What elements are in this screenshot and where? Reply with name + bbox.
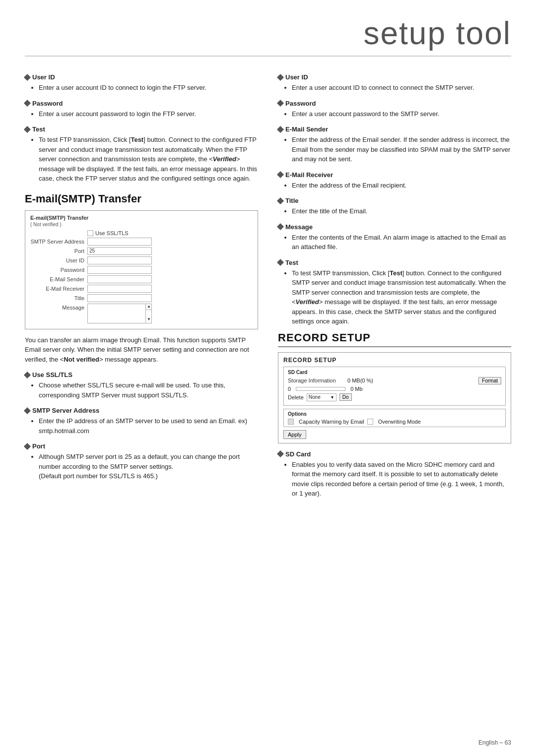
progress-row: 0 0 Mb: [288, 386, 501, 392]
diamond-icon: [24, 73, 31, 80]
password-input[interactable]: [87, 266, 152, 274]
do-button[interactable]: Do: [339, 393, 352, 401]
progress-right-value: 0 Mb: [350, 386, 362, 392]
port-bullets: Although SMTP server port is 25 as a def…: [25, 452, 258, 481]
page-title: setup tool: [363, 15, 511, 51]
delete-row: Delete None ▼ Do: [288, 393, 501, 401]
ui-box-title: E-mail(SMTP) Transfer: [30, 215, 253, 221]
storage-info-value: 0 MB(0 %): [347, 378, 373, 383]
list-item: Enter a user account ID to connect to lo…: [39, 83, 258, 93]
left-user-id-bullets: Enter a user account ID to connect to lo…: [25, 83, 258, 93]
smtp-address-bullets: Enter the IP address of an SMTP server t…: [25, 416, 258, 436]
section-email-sender: E-Mail Sender: [278, 126, 511, 133]
user-id-input[interactable]: [87, 256, 152, 264]
page: setup tool User ID Enter a user account …: [0, 0, 536, 756]
email-sender-label: E-Mail Sender: [30, 276, 87, 282]
message-scrollbar: ▲ ▼: [145, 304, 151, 323]
title-input[interactable]: [87, 294, 152, 302]
list-item: Enables you to verify data saved on the …: [292, 460, 511, 499]
ssl-tls-checkbox[interactable]: [87, 230, 93, 236]
section-sd-card: SD Card: [278, 450, 511, 458]
title-row: Title: [30, 294, 253, 302]
right-test-bullets: To test SMTP transmission, Click [Test] …: [278, 268, 511, 326]
title-label: Title: [30, 295, 87, 301]
footer-text: English – 63: [478, 739, 511, 746]
delete-label: Delete: [288, 394, 304, 400]
email-smtp-ui-box: E-mail(SMTP) Transfer ( Not verified ) U…: [25, 210, 258, 329]
progress-left-value: 0: [288, 386, 291, 392]
port-input[interactable]: 25: [87, 247, 152, 255]
diamond-icon: [277, 450, 284, 457]
port-row: Port 25: [30, 247, 253, 255]
list-item: Enter the address of the Email recipient…: [292, 181, 511, 190]
capacity-warning-label: Capacity Warning by Email: [299, 419, 364, 425]
smtp-server-input[interactable]: [87, 238, 152, 246]
storage-info-label: Storage Information: [288, 378, 347, 383]
sd-card-ui-section: SD Card Storage Information 0 MB(0 %) Fo…: [283, 367, 506, 406]
left-test-bullets: To test FTP transmission, Click [Test] b…: [25, 135, 258, 184]
record-setup-title: RECORD SETUP: [278, 331, 511, 347]
diamond-icon: [277, 126, 284, 132]
message-textarea[interactable]: ▲ ▼: [87, 304, 152, 323]
section-port: Port: [25, 442, 258, 450]
email-receiver-row: E-Mail Receiver: [30, 285, 253, 293]
progress-bar: [296, 387, 345, 391]
email-sender-input[interactable]: [87, 275, 152, 283]
section-smtp-address: SMTP Server Address: [25, 407, 258, 414]
email-smtp-description: You can transfer an alarm image through …: [25, 335, 258, 365]
diamond-icon: [277, 223, 284, 230]
message-row: Message ▲ ▼: [30, 304, 253, 323]
options-ui-section: Options Capacity Warning by Email Overwr…: [283, 409, 506, 427]
ui-box-subtitle: ( Not verified ): [30, 222, 253, 227]
user-id-row: User ID: [30, 256, 253, 264]
scroll-up-icon[interactable]: ▲: [146, 304, 152, 310]
email-receiver-label: E-Mail Receiver: [30, 286, 87, 292]
diamond-icon: [277, 171, 284, 178]
diamond-icon: [24, 100, 31, 107]
section-left-password: Password: [25, 100, 258, 107]
scroll-down-icon[interactable]: ▼: [146, 317, 152, 323]
header: setup tool: [25, 15, 511, 57]
email-sender-row: E-Mail Sender: [30, 275, 253, 283]
ssl-tls-row: Use SSL/TLS: [30, 230, 253, 236]
list-item: Enter a user account password to login t…: [39, 109, 258, 119]
capacity-warning-checkbox[interactable]: [288, 419, 294, 425]
section-left-user-id: User ID: [25, 73, 258, 81]
section-right-password: Password: [278, 100, 511, 107]
email-smtp-title: E-mail(SMTP) Transfer: [25, 192, 258, 205]
use-ssl-bullets: Choose whether SSL/TLS secure e-mail wil…: [25, 380, 258, 400]
title-bullets: Enter the title of the Email.: [278, 206, 511, 216]
right-user-id-bullets: Enter a user account ID to connect to co…: [278, 83, 511, 93]
email-receiver-input[interactable]: [87, 285, 152, 293]
section-message: Message: [278, 223, 511, 231]
section-right-test: Test: [278, 259, 511, 266]
format-button[interactable]: Format: [478, 377, 501, 384]
storage-info-row: Storage Information 0 MB(0 %) Format: [288, 377, 501, 384]
overwriting-mode-checkbox[interactable]: [367, 419, 373, 425]
list-item: Enter a user account password to the SMT…: [292, 109, 511, 119]
message-bullets: Enter the contents of the Email. An alar…: [278, 233, 511, 252]
record-setup-ui-box: RECORD SETUP SD Card Storage Information…: [278, 352, 511, 443]
list-item: Choose whether SSL/TLS secure e-mail wil…: [39, 380, 258, 400]
list-item: Enter the IP address of an SMTP server t…: [39, 416, 258, 436]
diamond-icon: [277, 73, 284, 80]
options-row: Capacity Warning by Email Overwriting Mo…: [288, 419, 501, 425]
section-email-receiver: E-Mail Receiver: [278, 171, 511, 179]
footer: English – 63: [478, 739, 511, 746]
left-column: User ID Enter a user account ID to conne…: [25, 66, 258, 502]
email-receiver-bullets: Enter the address of the Email recipient…: [278, 181, 511, 190]
delete-select[interactable]: None ▼: [307, 393, 336, 401]
smtp-server-label: SMTP Server Address: [30, 239, 87, 245]
password-row: Password: [30, 266, 253, 274]
password-label: Password: [30, 267, 87, 273]
apply-button[interactable]: Apply: [283, 430, 306, 439]
section-use-ssl: Use SSL/TLS: [25, 371, 258, 378]
right-column: User ID Enter a user account ID to conne…: [278, 66, 511, 502]
section-right-user-id: User ID: [278, 73, 511, 81]
list-item: To test SMTP transmission, Click [Test] …: [292, 268, 511, 326]
section-title: Title: [278, 197, 511, 204]
smtp-server-row: SMTP Server Address: [30, 238, 253, 246]
diamond-icon: [24, 371, 31, 378]
sd-card-section-label: SD Card: [288, 370, 501, 375]
overwriting-mode-label: Overwriting Mode: [378, 419, 421, 425]
